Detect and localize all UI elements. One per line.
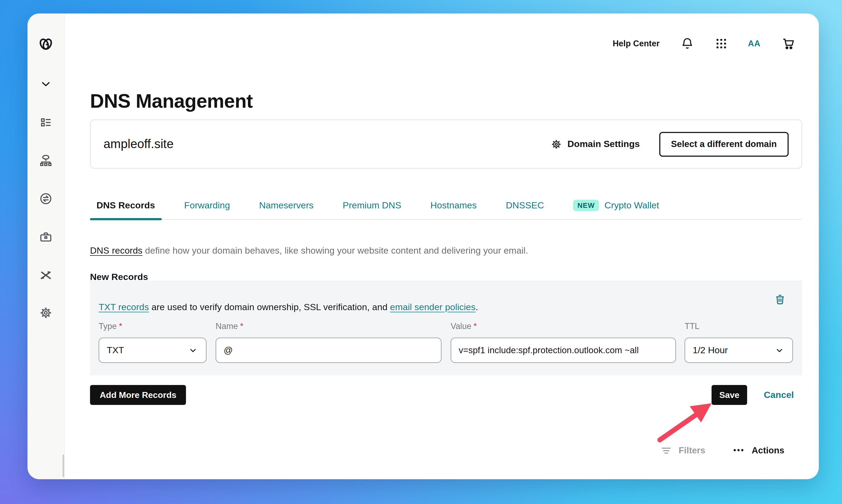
records-list-icon[interactable]	[38, 115, 53, 130]
transfer-icon[interactable]	[38, 191, 53, 206]
value-label: Value*	[451, 322, 477, 331]
dns-records-link[interactable]: DNS records	[90, 246, 142, 256]
gear-icon	[550, 138, 562, 150]
cancel-button[interactable]: Cancel	[764, 385, 794, 405]
select-different-domain-button[interactable]: Select a different domain	[659, 132, 789, 157]
account-avatar[interactable]: AA	[748, 39, 761, 49]
chevron-down-icon	[188, 345, 199, 356]
tab-crypto-wallet[interactable]: NEW Crypto Wallet	[567, 194, 666, 219]
tab-hostnames[interactable]: Hostnames	[424, 194, 483, 219]
sidebar-scrollbar[interactable]	[63, 454, 64, 477]
type-select[interactable]: TXT	[99, 338, 206, 363]
filter-icon	[660, 444, 672, 456]
tab-bar: DNS Records Forwarding Nameservers Premi…	[90, 194, 802, 220]
chevron-down-icon	[774, 345, 785, 356]
email-sender-policies-link[interactable]: email sender policies	[390, 302, 476, 312]
new-badge: NEW	[573, 200, 599, 211]
required-marker: *	[474, 322, 477, 330]
dns-intro-text: DNS records define how your domain behav…	[90, 246, 528, 256]
delete-record-button[interactable]	[773, 292, 787, 306]
name-input[interactable]	[216, 338, 442, 363]
type-label: Type*	[99, 322, 122, 331]
domain-settings-label: Domain Settings	[567, 139, 640, 149]
txt-record-info: TXT records are used to verify domain ow…	[99, 302, 478, 313]
chevron-down-icon[interactable]	[38, 76, 53, 92]
app-window: Help Center AA	[28, 14, 819, 479]
help-center-link[interactable]: Help Center	[613, 39, 659, 49]
app-grid-icon[interactable]	[715, 37, 727, 50]
txt-records-link[interactable]: TXT records	[99, 302, 149, 312]
domain-name: ampleoff.site	[103, 137, 174, 151]
sitemap-icon[interactable]	[38, 153, 53, 168]
tools-icon[interactable]	[38, 268, 53, 283]
tab-premium-dns[interactable]: Premium DNS	[337, 194, 408, 219]
ttl-select[interactable]: 1/2 Hour	[685, 338, 793, 363]
notifications-bell-icon[interactable]	[680, 37, 694, 51]
add-more-records-button[interactable]: Add More Records	[90, 385, 186, 405]
ttl-label: TTL	[685, 322, 700, 331]
top-header: Help Center AA	[613, 36, 796, 51]
tab-dnssec[interactable]: DNSSEC	[499, 194, 551, 219]
tab-dns-records[interactable]: DNS Records	[90, 194, 161, 219]
tab-forwarding[interactable]: Forwarding	[178, 194, 236, 219]
filters-button[interactable]: Filters	[660, 444, 705, 456]
screen: Help Center AA	[0, 0, 842, 504]
settings-gear-icon[interactable]	[38, 305, 53, 320]
required-marker: *	[119, 322, 122, 330]
list-toolbar: Filters Actions	[660, 444, 784, 456]
sidebar	[28, 14, 65, 479]
page-title: DNS Management	[90, 90, 253, 112]
name-label: Name*	[216, 322, 243, 331]
required-marker: *	[240, 322, 243, 330]
value-input[interactable]	[451, 338, 676, 363]
cart-icon[interactable]	[781, 36, 796, 51]
domain-bar: ampleoff.site Domain Settings Select a d…	[90, 120, 802, 168]
briefcase-icon[interactable]	[38, 229, 53, 245]
new-record-panel: TXT records are used to verify domain ow…	[90, 281, 802, 375]
save-button[interactable]: Save	[711, 385, 747, 405]
ellipsis-icon	[732, 444, 745, 456]
actions-button[interactable]: Actions	[732, 444, 784, 456]
domain-settings-button[interactable]: Domain Settings	[550, 138, 640, 150]
godaddy-logo-icon[interactable]	[38, 37, 53, 52]
tab-nameservers[interactable]: Nameservers	[253, 194, 320, 219]
